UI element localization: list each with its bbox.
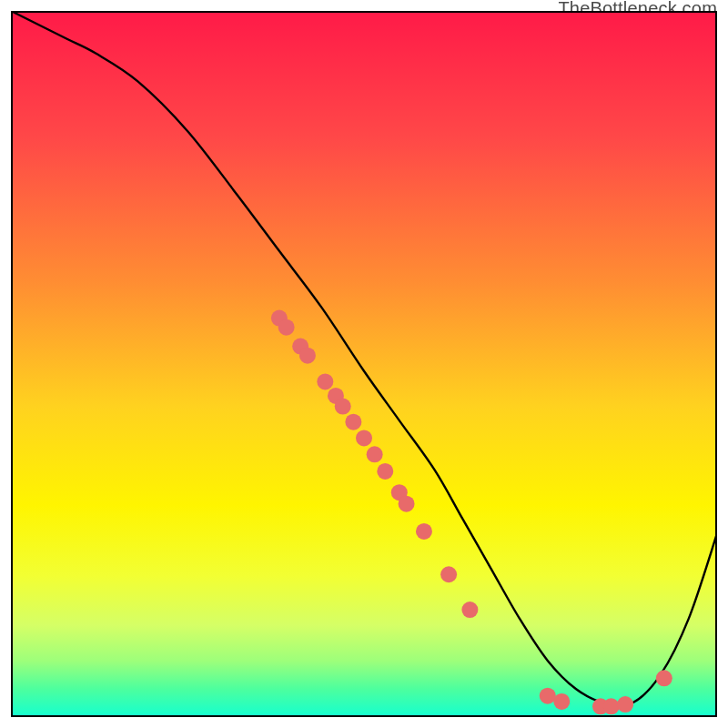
plot-gradient-background	[11, 11, 717, 717]
bottleneck-chart: TheBottleneck.com	[0, 0, 728, 728]
